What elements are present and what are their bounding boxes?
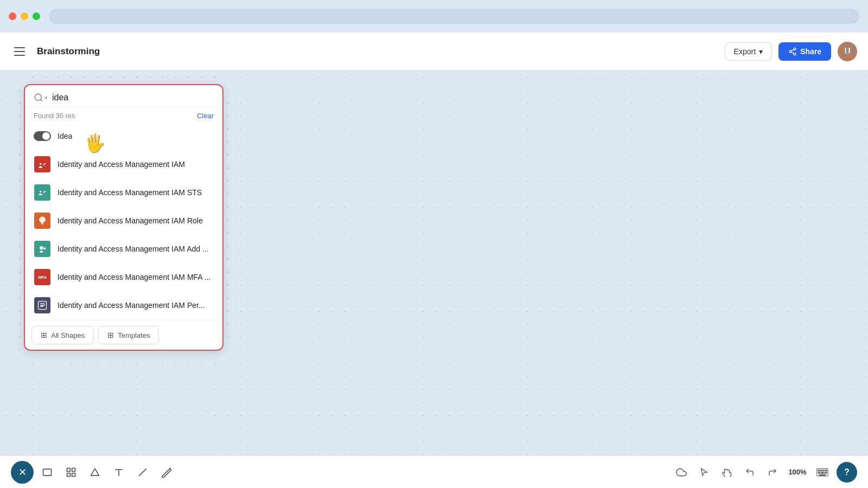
page-title: Brainstorming	[37, 46, 718, 57]
svg-point-5	[35, 94, 41, 100]
frame-icon	[66, 467, 76, 478]
keyboard-icon	[816, 468, 828, 477]
titlebar-dot-red[interactable]	[9, 12, 16, 20]
cloud-sync-button[interactable]	[673, 464, 690, 481]
result-label: Idea	[58, 132, 72, 140]
select-tool-button[interactable]	[695, 464, 713, 481]
share-button[interactable]: Share	[778, 42, 831, 61]
chat-icon	[843, 45, 855, 57]
list-item[interactable]: Identity and Access Management IAM Role	[25, 207, 222, 235]
svg-rect-13	[43, 191, 46, 192]
svg-point-8	[40, 163, 41, 165]
share-label: Share	[800, 47, 821, 56]
all-shapes-icon: ⊞	[41, 331, 47, 339]
list-item[interactable]: Identity and Access Management IAM STS	[25, 178, 222, 207]
templates-tab[interactable]: ⊞ Templates	[98, 326, 159, 344]
svg-point-15	[40, 246, 43, 250]
iam-add-icon	[34, 240, 51, 258]
iam-sts-icon	[34, 184, 51, 201]
rectangle-icon	[42, 467, 53, 478]
list-item[interactable]: Idea	[25, 122, 222, 150]
iam-role-icon	[34, 212, 51, 229]
search-input[interactable]	[52, 93, 214, 102]
menu-button[interactable]	[11, 42, 30, 61]
iam-icon	[34, 156, 51, 173]
undo-button[interactable]	[741, 464, 758, 481]
svg-line-4	[792, 49, 794, 51]
svg-point-2	[794, 53, 796, 55]
pen-tool[interactable]	[156, 462, 177, 483]
svg-rect-10	[43, 165, 45, 165]
svg-rect-34	[825, 470, 827, 471]
svg-rect-9	[43, 163, 46, 164]
titlebar-dot-green[interactable]	[33, 12, 40, 20]
redo-icon	[768, 467, 777, 477]
list-item[interactable]: Identity and Access Management IAM	[25, 150, 222, 178]
svg-rect-26	[72, 473, 75, 476]
svg-rect-32	[820, 470, 822, 471]
chat-button[interactable]	[839, 41, 859, 61]
all-shapes-tab[interactable]: ⊞ All Shapes	[31, 326, 94, 344]
svg-point-0	[794, 48, 796, 50]
cloud-icon	[676, 467, 687, 478]
hand-tool-button[interactable]	[718, 464, 736, 481]
result-label: Identity and Access Management IAM	[58, 160, 185, 169]
line-icon	[137, 467, 148, 478]
result-label: Identity and Access Management IAM Add .…	[58, 245, 209, 253]
iam-per-icon	[34, 297, 51, 314]
redo-button[interactable]	[764, 464, 781, 481]
text-icon	[113, 467, 124, 478]
svg-rect-38	[820, 474, 826, 476]
svg-rect-22	[43, 469, 52, 476]
zoom-level: 100%	[787, 468, 808, 476]
svg-rect-37	[825, 472, 827, 473]
list-item[interactable]: MFA Identity and Access Management IAM M…	[25, 263, 222, 291]
cursor-icon	[699, 467, 709, 477]
idea-toggle-icon	[34, 127, 51, 145]
rectangle-tool[interactable]	[37, 462, 58, 483]
svg-point-1	[789, 50, 792, 53]
result-label: Identity and Access Management IAM STS	[58, 188, 202, 197]
shape-tool[interactable]	[85, 462, 105, 483]
svg-rect-25	[67, 473, 71, 476]
clear-button[interactable]: Clear	[197, 112, 214, 120]
line-tool[interactable]	[132, 462, 153, 483]
svg-rect-23	[67, 468, 71, 471]
titlebar-dot-yellow[interactable]	[21, 12, 28, 20]
frame-tool[interactable]	[61, 462, 81, 483]
templates-icon: ⊞	[107, 331, 114, 339]
keyboard-shortcuts-button[interactable]	[814, 464, 831, 481]
help-button[interactable]: ?	[837, 462, 857, 483]
shape-icon	[90, 467, 100, 478]
results-count: Found 36 res	[34, 112, 75, 120]
undo-icon	[745, 467, 755, 477]
titlebar-address-bar[interactable]	[49, 9, 859, 24]
svg-rect-33	[822, 470, 824, 471]
titlebar	[0, 0, 868, 33]
search-panel: ▾ Found 36 res Clear Idea	[24, 84, 224, 351]
hand-icon	[722, 467, 732, 477]
close-button[interactable]: ✕	[11, 461, 34, 484]
result-label: Identity and Access Management IAM Per..…	[58, 301, 205, 310]
export-label: Export	[734, 47, 756, 56]
all-shapes-label: All Shapes	[51, 331, 85, 339]
export-chevron-icon: ▾	[759, 47, 763, 56]
svg-point-12	[40, 191, 41, 192]
svg-rect-36	[821, 472, 824, 473]
svg-rect-35	[818, 472, 820, 473]
list-item[interactable]: Identity and Access Management IAM Add .…	[25, 235, 222, 263]
text-tool[interactable]	[108, 462, 129, 483]
search-header: ▾	[25, 85, 222, 107]
result-label: Identity and Access Management IAM MFA .…	[58, 273, 210, 281]
export-button[interactable]: Export ▾	[725, 42, 772, 61]
svg-line-29	[139, 468, 146, 476]
app-toolbar: Brainstorming Export ▾ Share U	[0, 33, 868, 70]
templates-label: Templates	[118, 331, 150, 339]
svg-line-3	[792, 52, 794, 54]
iam-mfa-icon: MFA	[34, 268, 51, 286]
bottom-left-tools: ✕	[11, 461, 177, 484]
results-list: Idea Identity and Access Management IAM	[25, 122, 222, 320]
share-icon	[788, 47, 797, 56]
search-results-info: Found 36 res Clear	[25, 107, 222, 122]
list-item[interactable]: Identity and Access Management IAM Per..…	[25, 291, 222, 319]
